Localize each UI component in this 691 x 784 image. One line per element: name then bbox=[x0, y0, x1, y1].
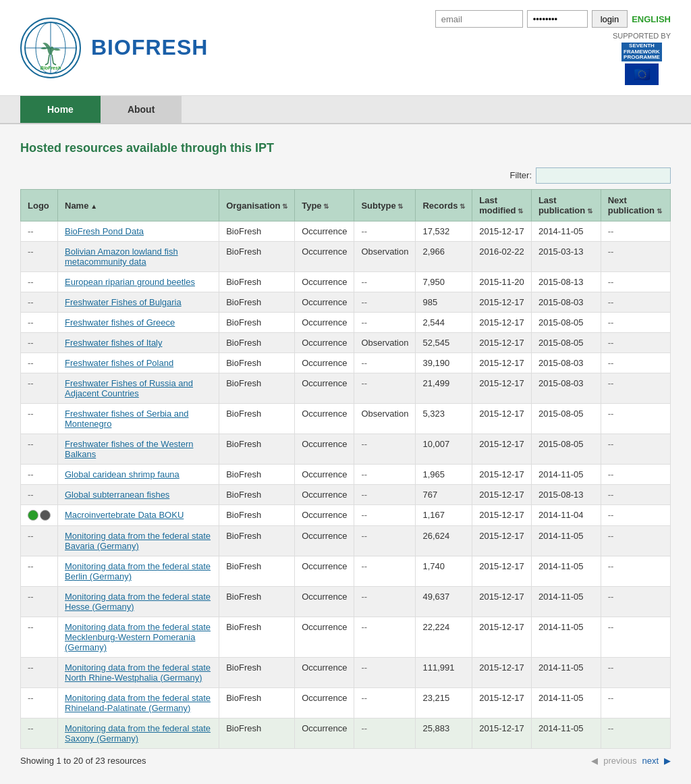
cell-next-publication: -- bbox=[601, 404, 670, 434]
resource-link[interactable]: Monitoring data from the federal state N… bbox=[65, 662, 211, 683]
col-records[interactable]: Records bbox=[416, 190, 472, 221]
cell-records: 21,499 bbox=[416, 373, 472, 404]
cell-organisation: BioFresh bbox=[219, 272, 295, 292]
svg-text:BioFresh: BioFresh bbox=[40, 66, 61, 70]
language-label[interactable]: ENGLISH bbox=[632, 14, 671, 24]
table-row: --Monitoring data from the federal state… bbox=[21, 658, 671, 688]
resource-link[interactable]: Monitoring data from the federal state R… bbox=[65, 693, 211, 713]
resource-link[interactable]: Freshwater fishes of Italy bbox=[65, 338, 163, 348]
password-input[interactable] bbox=[527, 10, 588, 28]
cell-last-modified: 2015-12-17 bbox=[472, 465, 532, 485]
header-left: BioFresh BIOFRESH bbox=[20, 18, 208, 78]
cell-organisation: BioFresh bbox=[219, 465, 295, 485]
cell-subtype: -- bbox=[354, 272, 416, 292]
cell-last-modified: 2015-12-17 bbox=[472, 292, 532, 313]
resource-link[interactable]: BioFresh Pond Data bbox=[65, 226, 144, 236]
showing-label: Showing 1 to 20 of 23 resources bbox=[20, 756, 146, 766]
resource-link[interactable]: Monitoring data from the federal state H… bbox=[65, 592, 211, 612]
cell-next-publication: -- bbox=[601, 313, 670, 333]
col-organisation[interactable]: Organisation bbox=[219, 190, 295, 221]
cell-subtype: -- bbox=[354, 526, 416, 556]
cell-subtype: -- bbox=[354, 485, 416, 505]
cell-records: 10,007 bbox=[416, 434, 472, 465]
cell-next-publication: -- bbox=[601, 242, 670, 272]
cell-logo: -- bbox=[21, 688, 58, 718]
cell-name: Monitoring data from the federal state B… bbox=[58, 526, 219, 556]
next-button[interactable]: next bbox=[642, 756, 659, 766]
cell-type: Occurrence bbox=[295, 292, 354, 313]
resource-link[interactable]: Freshwater fishes of Greece bbox=[65, 317, 175, 328]
cell-next-publication: -- bbox=[601, 434, 670, 465]
previous-button[interactable]: previous bbox=[603, 756, 636, 766]
cell-subtype: -- bbox=[354, 718, 416, 749]
filter-input[interactable] bbox=[536, 167, 671, 184]
resource-link[interactable]: Monitoring data from the federal state S… bbox=[65, 723, 211, 743]
col-name[interactable]: Name bbox=[58, 190, 219, 221]
cell-last-modified: 2015-12-17 bbox=[472, 373, 532, 404]
col-last-modified[interactable]: Last modified bbox=[472, 190, 532, 221]
cell-records: 1,740 bbox=[416, 556, 472, 587]
resource-link[interactable]: Bolivian Amazon lowland fish metacommuni… bbox=[65, 246, 178, 267]
cell-type: Occurrence bbox=[295, 353, 354, 373]
resource-link[interactable]: Freshwater fishes of Poland bbox=[65, 358, 173, 368]
table-row: --Freshwater fishes of GreeceBioFreshOcc… bbox=[21, 313, 671, 333]
cell-last-publication: 2014-11-05 bbox=[531, 556, 601, 587]
cell-logo: -- bbox=[21, 272, 58, 292]
cell-next-publication: -- bbox=[601, 465, 670, 485]
nav-about[interactable]: About bbox=[101, 96, 182, 123]
dash: -- bbox=[28, 622, 34, 632]
cell-name: Freshwater fishes of the Western Balkans bbox=[58, 434, 219, 465]
dash: -- bbox=[28, 338, 34, 348]
cell-last-modified: 2015-12-17 bbox=[472, 718, 532, 749]
col-last-publication[interactable]: Last publication bbox=[531, 190, 601, 221]
cell-type: Occurrence bbox=[295, 556, 354, 587]
resource-link[interactable]: Freshwater Fishes of Russia and Adjacent… bbox=[65, 378, 193, 398]
cell-next-publication: -- bbox=[601, 505, 670, 526]
cell-type: Occurrence bbox=[295, 373, 354, 404]
dash: -- bbox=[28, 439, 34, 449]
table-row: --Monitoring data from the federal state… bbox=[21, 688, 671, 718]
resource-link[interactable]: Monitoring data from the federal state M… bbox=[65, 622, 211, 652]
cell-last-modified: 2015-12-17 bbox=[472, 505, 532, 526]
cell-type: Occurrence bbox=[295, 718, 354, 749]
resource-link[interactable]: European riparian ground beetles bbox=[65, 277, 195, 287]
nav-home[interactable]: Home bbox=[20, 96, 101, 123]
cell-name: European riparian ground beetles bbox=[58, 272, 219, 292]
cell-logo: -- bbox=[21, 465, 58, 485]
resource-link[interactable]: Freshwater fishes of Serbia and Monteneg… bbox=[65, 409, 189, 429]
resource-link[interactable]: Macroinvertebrate Data BOKU bbox=[65, 510, 184, 520]
cell-last-publication: 2015-08-03 bbox=[531, 373, 601, 404]
resource-link[interactable]: Global subterranean fishes bbox=[65, 490, 169, 500]
table-row: --Bolivian Amazon lowland fish metacommu… bbox=[21, 242, 671, 272]
cell-last-publication: 2014-11-05 bbox=[531, 617, 601, 658]
cell-records: 17,532 bbox=[416, 221, 472, 242]
col-subtype[interactable]: Subtype bbox=[354, 190, 416, 221]
cell-records: 25,883 bbox=[416, 718, 472, 749]
dash: -- bbox=[28, 277, 34, 287]
resource-link[interactable]: Freshwater fishes of the Western Balkans bbox=[65, 439, 194, 459]
resource-link[interactable]: Freshwater Fishes of Bulgaria bbox=[65, 297, 182, 307]
email-input[interactable] bbox=[435, 10, 523, 28]
cell-type: Occurrence bbox=[295, 617, 354, 658]
table-row: --Monitoring data from the federal state… bbox=[21, 617, 671, 658]
cell-name: Bolivian Amazon lowland fish metacommuni… bbox=[58, 242, 219, 272]
cell-last-modified: 2015-12-17 bbox=[472, 434, 532, 465]
cell-type: Occurrence bbox=[295, 333, 354, 353]
resource-link[interactable]: Global caridean shrimp fauna bbox=[65, 469, 179, 479]
resource-link[interactable]: Monitoring data from the federal state B… bbox=[65, 531, 211, 551]
cell-organisation: BioFresh bbox=[219, 485, 295, 505]
dash: -- bbox=[28, 561, 34, 571]
resource-link[interactable]: Monitoring data from the federal state B… bbox=[65, 561, 211, 581]
cell-last-publication: 2015-08-05 bbox=[531, 434, 601, 465]
col-type[interactable]: Type bbox=[295, 190, 354, 221]
header: BioFresh BIOFRESH login ENGLISH SUPPORTE… bbox=[0, 0, 691, 96]
cell-name: Monitoring data from the federal state R… bbox=[58, 688, 219, 718]
col-next-publication[interactable]: Next publication bbox=[601, 190, 670, 221]
cell-name: BioFresh Pond Data bbox=[58, 221, 219, 242]
cell-logo: -- bbox=[21, 485, 58, 505]
cell-next-publication: -- bbox=[601, 292, 670, 313]
login-button[interactable]: login bbox=[592, 10, 628, 28]
cell-logo: -- bbox=[21, 434, 58, 465]
cell-organisation: BioFresh bbox=[219, 718, 295, 749]
cell-organisation: BioFresh bbox=[219, 434, 295, 465]
